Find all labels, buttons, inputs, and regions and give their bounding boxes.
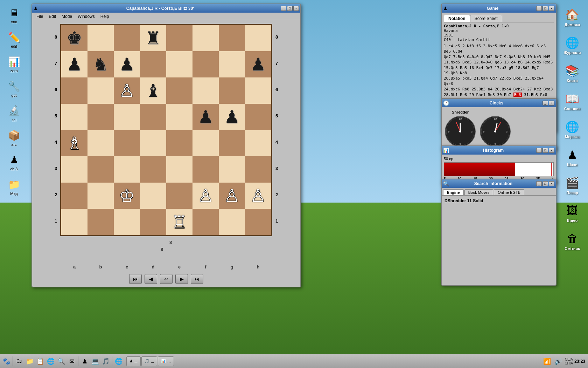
menu-edit[interactable]: Edit xyxy=(46,13,59,20)
square-d1[interactable] xyxy=(140,209,166,235)
square-f5[interactable]: ♟ xyxy=(192,104,219,130)
square-g3[interactable] xyxy=(219,156,245,183)
right-item-video[interactable]: 🖼 Відео xyxy=(558,200,586,228)
menu-windows[interactable]: Windows xyxy=(75,13,98,20)
square-h8[interactable] xyxy=(245,25,271,51)
square-h2[interactable]: ♙ xyxy=(245,183,271,209)
sidebar-item-zero[interactable]: 📊 zero xyxy=(0,53,28,77)
chess-board[interactable]: ♚♜♟♞♟♟♙♝♟♟♗♔♙♙♙♖ xyxy=(60,24,272,236)
sidebar-item-med[interactable]: 📁 Мед xyxy=(0,175,28,200)
sidebar-item-arc[interactable]: 📦 arc xyxy=(0,126,28,151)
taskbar-volume-icon[interactable]: 🔊 xyxy=(553,356,563,366)
square-d3[interactable] xyxy=(140,156,166,183)
square-h7[interactable]: ♟ xyxy=(245,51,271,77)
right-item-dictionary[interactable]: 📖 Словник xyxy=(558,88,586,116)
square-e1[interactable]: ♖ xyxy=(166,209,192,235)
taskbar-app-3[interactable]: 📊 ... xyxy=(158,356,174,366)
square-e7[interactable] xyxy=(166,51,192,77)
square-b1[interactable] xyxy=(88,209,114,235)
square-g1[interactable] xyxy=(219,209,245,235)
square-a6[interactable] xyxy=(61,77,88,104)
clocks-minimize-button[interactable]: _ xyxy=(542,101,548,105)
taskbar-app-2[interactable]: 🎵 ... xyxy=(141,356,157,366)
square-b8[interactable] xyxy=(88,25,114,51)
square-h4[interactable] xyxy=(245,130,271,156)
square-f1[interactable] xyxy=(192,209,219,235)
square-c7[interactable]: ♟ xyxy=(114,51,140,77)
square-a4[interactable]: ♗ xyxy=(61,130,88,156)
square-a2[interactable] xyxy=(61,183,88,209)
taskbar-app3[interactable]: 📋 xyxy=(35,356,45,366)
taskbar-app4[interactable]: 🌐 xyxy=(46,356,56,366)
maximize-button[interactable]: □ xyxy=(287,6,293,11)
square-e2[interactable] xyxy=(166,183,192,209)
square-d6[interactable]: ♝ xyxy=(140,77,166,104)
menu-file[interactable]: File xyxy=(34,13,46,20)
square-e3[interactable] xyxy=(166,156,192,183)
square-c5[interactable] xyxy=(114,104,140,130)
square-e5[interactable] xyxy=(166,104,192,130)
square-g2[interactable]: ♙ xyxy=(219,183,245,209)
square-f6[interactable] xyxy=(192,77,219,104)
square-e4[interactable] xyxy=(166,130,192,156)
square-f2[interactable]: ♙ xyxy=(192,183,219,209)
right-item-journals[interactable]: 🌐 Журнали xyxy=(558,32,586,60)
square-a3[interactable] xyxy=(61,156,88,183)
square-h1[interactable] xyxy=(245,209,271,235)
right-item-network[interactable]: 🌐 Мережа xyxy=(558,116,586,144)
square-c6[interactable]: ♙ xyxy=(114,77,140,104)
nav-prev-button[interactable]: ◀ xyxy=(145,274,157,284)
nav-undo-button[interactable]: ↩ xyxy=(160,274,173,284)
clocks-close-button[interactable]: × xyxy=(549,101,554,105)
square-e6[interactable] xyxy=(166,77,192,104)
taskbar-terminal-icon[interactable]: 💻 xyxy=(90,356,100,366)
square-a5[interactable] xyxy=(61,104,88,130)
taskbar-network-icon[interactable]: 📶 xyxy=(542,356,552,366)
square-d2[interactable] xyxy=(140,183,166,209)
sidebar-item-edit[interactable]: ✏️ edit xyxy=(0,28,28,53)
search-minimize-button[interactable]: _ xyxy=(536,181,542,186)
menu-mode[interactable]: Mode xyxy=(59,13,75,20)
right-item-home[interactable]: 🏠 Домівка xyxy=(558,4,586,32)
square-b5[interactable] xyxy=(88,104,114,130)
square-b7[interactable]: ♞ xyxy=(88,51,114,77)
histogram-maximize-button[interactable]: □ xyxy=(542,148,548,153)
menu-help[interactable]: Help xyxy=(98,13,112,20)
game-minimize-button[interactable]: _ xyxy=(536,6,542,11)
taskbar-media-icon[interactable]: 🎵 xyxy=(101,356,111,366)
histogram-minimize-button[interactable]: _ xyxy=(536,148,542,153)
square-c8[interactable] xyxy=(114,25,140,51)
search-maximize-button[interactable]: □ xyxy=(542,181,548,186)
sidebar-item-sci[interactable]: 🔬 sci xyxy=(0,102,28,126)
square-e8[interactable] xyxy=(166,25,192,51)
taskbar-app6[interactable]: ✉ xyxy=(67,356,77,366)
minimize-button[interactable]: _ xyxy=(281,6,286,11)
histogram-close-button[interactable]: × xyxy=(549,148,554,153)
game-maximize-button[interactable]: □ xyxy=(542,6,548,11)
taskbar-chess-app[interactable]: ♟ ... xyxy=(126,356,141,366)
square-a8[interactable]: ♚ xyxy=(61,25,88,51)
square-g8[interactable] xyxy=(219,25,245,51)
right-item-books[interactable]: 📚 Книги xyxy=(558,60,586,88)
square-b4[interactable] xyxy=(88,130,114,156)
square-c4[interactable] xyxy=(114,130,140,156)
square-c2[interactable]: ♔ xyxy=(114,183,140,209)
square-b3[interactable] xyxy=(88,156,114,183)
square-h5[interactable] xyxy=(245,104,271,130)
square-b6[interactable] xyxy=(88,77,114,104)
square-d4[interactable] xyxy=(140,130,166,156)
nav-last-button[interactable]: ⏭ xyxy=(191,274,203,284)
square-f3[interactable] xyxy=(192,156,219,183)
square-a7[interactable]: ♟ xyxy=(61,51,88,77)
square-f8[interactable] xyxy=(192,25,219,51)
square-g4[interactable] xyxy=(219,130,245,156)
taskbar-app2[interactable]: 📁 xyxy=(25,356,35,366)
square-a1[interactable] xyxy=(61,209,88,235)
right-item-player[interactable]: 🎬 Плеєр xyxy=(558,172,586,200)
square-g5[interactable]: ♟ xyxy=(219,104,245,130)
game-close-button[interactable]: × xyxy=(549,6,554,11)
tab-engine[interactable]: Engine xyxy=(443,189,464,195)
square-g7[interactable] xyxy=(219,51,245,77)
taskbar-gnome-icon[interactable]: 🐾 xyxy=(1,356,11,366)
tab-score-sheet[interactable]: Score Sheet xyxy=(470,15,502,22)
